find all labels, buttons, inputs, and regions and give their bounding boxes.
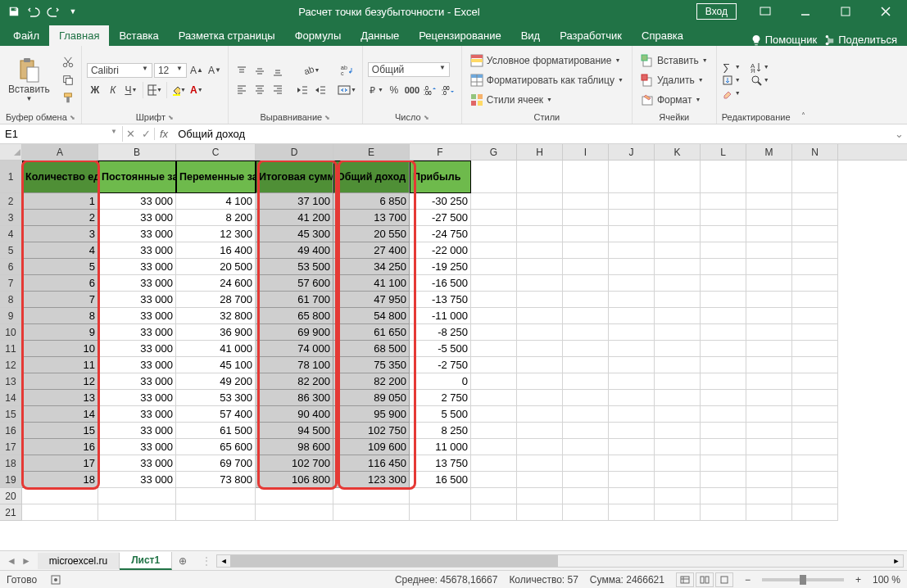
cell[interactable] [98,504,176,521]
column-header[interactable]: J [609,144,655,160]
share-button[interactable]: Поделиться [823,34,897,46]
cell[interactable]: 5 [22,259,98,275]
cell[interactable]: 47 950 [333,292,410,308]
cell[interactable]: 17 [22,455,98,472]
increase-font-icon[interactable]: A▲ [188,62,205,79]
copy-icon[interactable] [60,73,76,88]
header-cell[interactable]: Количество ед. товара [22,161,98,193]
cell[interactable] [471,472,517,488]
cell[interactable] [701,373,746,390]
tab-главная[interactable]: Главная [49,25,109,46]
header-cell[interactable]: Итоговая сумма зарат [256,161,333,193]
cell[interactable] [746,423,792,439]
cell[interactable] [471,488,517,504]
cell[interactable] [701,423,746,439]
cell[interactable] [701,390,746,406]
cell[interactable] [517,242,563,259]
page-layout-view-icon[interactable] [696,572,714,587]
cell[interactable] [563,488,609,504]
cell[interactable]: 90 400 [256,406,333,423]
cell[interactable]: -2 750 [410,357,471,373]
cell[interactable]: 24 600 [176,275,256,292]
fx-icon[interactable]: fх [155,128,173,140]
cell[interactable] [517,210,563,226]
clear-icon[interactable] [722,88,733,99]
cell[interactable]: 33 000 [98,292,176,308]
cell[interactable]: 74 000 [256,341,333,357]
font-name-select[interactable]: Calibri▼ [87,63,152,78]
cell[interactable]: 28 700 [176,292,256,308]
row-header[interactable]: 15 [0,406,22,423]
increase-indent-icon[interactable] [312,82,329,98]
cell[interactable]: 2 750 [410,390,471,406]
column-header[interactable]: N [792,144,838,160]
cell[interactable]: 106 800 [256,472,333,488]
cell[interactable]: 34 250 [333,259,410,275]
cell[interactable] [609,292,655,308]
cell[interactable] [563,292,609,308]
cell[interactable] [609,504,655,521]
row-header[interactable]: 18 [0,455,22,472]
maximize-icon[interactable] [827,0,864,23]
tab-данные[interactable]: Данные [351,25,409,46]
row-header[interactable]: 7 [0,275,22,292]
cell[interactable]: 36 900 [176,324,256,341]
normal-view-icon[interactable] [676,572,694,587]
cell[interactable]: -24 750 [410,226,471,242]
header-cell[interactable]: Прибыль [410,161,471,193]
cell[interactable] [563,324,609,341]
cell[interactable]: 37 100 [256,193,333,210]
orientation-icon[interactable]: ab▼ [294,62,329,79]
cell[interactable] [256,488,333,504]
cell[interactable] [792,308,838,324]
cell[interactable] [792,373,838,390]
cell[interactable]: 102 750 [333,423,410,439]
cell[interactable] [609,210,655,226]
cell[interactable]: -19 250 [410,259,471,275]
cell[interactable]: 0 [410,373,471,390]
cell[interactable] [701,308,746,324]
cell[interactable] [517,406,563,423]
row-header[interactable]: 21 [0,504,22,521]
cell[interactable] [655,324,701,341]
cell[interactable]: 41 200 [256,210,333,226]
cell[interactable] [701,193,746,210]
cell[interactable] [517,193,563,210]
row-header[interactable]: 9 [0,308,22,324]
cell[interactable] [792,439,838,455]
format-as-table-button[interactable]: Форматировать как таблицу▼ [467,71,627,89]
sheet-nav-next-icon[interactable]: ► [21,555,31,567]
undo-icon[interactable] [25,2,43,20]
thousands-icon[interactable]: 000 [404,82,420,98]
cell[interactable] [609,357,655,373]
cell[interactable]: 4 100 [176,193,256,210]
cell[interactable] [609,308,655,324]
tab-разметка-страницы[interactable]: Разметка страницы [169,25,285,46]
number-format-select[interactable]: Общий▼ [368,62,450,77]
cell[interactable]: -8 250 [410,324,471,341]
cell[interactable] [563,504,609,521]
cell[interactable]: 65 600 [176,439,256,455]
cell[interactable]: 53 300 [176,390,256,406]
cell[interactable]: 65 800 [256,308,333,324]
enter-formula-icon[interactable]: ✓ [142,128,151,140]
wrap-text-icon[interactable]: abc [337,62,357,79]
cell[interactable]: -5 500 [410,341,471,357]
row-header[interactable]: 16 [0,423,22,439]
zoom-out-icon[interactable]: − [745,574,751,586]
cell[interactable]: 33 000 [98,357,176,373]
cell[interactable] [563,439,609,455]
cell[interactable]: 61 650 [333,324,410,341]
column-header[interactable]: I [563,144,609,160]
cell[interactable]: 15 [22,423,98,439]
cell[interactable] [609,373,655,390]
cell[interactable]: 27 400 [333,242,410,259]
row-header[interactable]: 6 [0,259,22,275]
cell[interactable]: 75 350 [333,357,410,373]
cell[interactable] [701,357,746,373]
tab-формулы[interactable]: Формулы [285,25,351,46]
row-header[interactable]: 13 [0,373,22,390]
cell[interactable] [471,455,517,472]
cell[interactable]: 14 [22,406,98,423]
cell[interactable]: 8 [22,308,98,324]
